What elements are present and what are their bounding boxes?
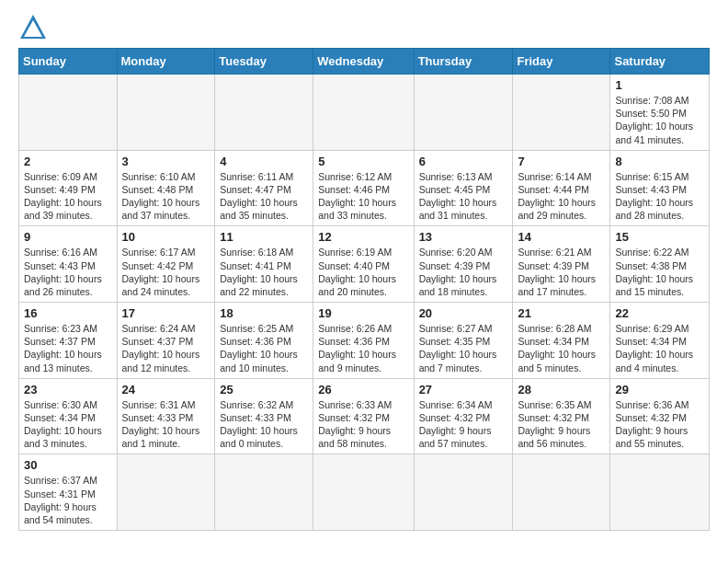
date-number: 7 (518, 155, 605, 168)
date-number: 18 (220, 306, 308, 320)
date-number: 28 (518, 383, 605, 396)
date-number: 3 (122, 155, 210, 168)
calendar-table: SundayMondayTuesdayWednesdayThursdayFrid… (18, 48, 710, 531)
calendar-cell: 7Sunrise: 6:14 AM Sunset: 4:44 PM Daylig… (513, 150, 610, 226)
cell-info: Sunrise: 6:33 AM Sunset: 4:32 PM Dayligh… (318, 398, 408, 451)
date-number: 9 (24, 230, 112, 244)
cell-info: Sunrise: 6:31 AM Sunset: 4:33 PM Dayligh… (122, 398, 210, 451)
logo-icon (20, 15, 46, 39)
week-row-0: 1Sunrise: 7:08 AM Sunset: 5:50 PM Daylig… (19, 75, 710, 151)
date-number: 4 (220, 155, 308, 168)
calendar-cell: 26Sunrise: 6:33 AM Sunset: 4:32 PM Dayli… (313, 378, 414, 454)
calendar-cell: 30Sunrise: 6:37 AM Sunset: 4:31 PM Dayli… (19, 454, 118, 531)
calendar-cell: 28Sunrise: 6:35 AM Sunset: 4:32 PM Dayli… (513, 378, 610, 454)
week-row-4: 23Sunrise: 6:30 AM Sunset: 4:34 PM Dayli… (19, 378, 710, 454)
date-number: 30 (24, 458, 112, 472)
weekday-header-friday: Friday (513, 49, 610, 75)
calendar-cell: 27Sunrise: 6:34 AM Sunset: 4:32 PM Dayli… (414, 378, 513, 454)
cell-info: Sunrise: 6:12 AM Sunset: 4:46 PM Dayligh… (318, 170, 408, 223)
cell-info: Sunrise: 6:28 AM Sunset: 4:34 PM Dayligh… (518, 322, 605, 374)
date-number: 21 (518, 306, 605, 320)
header (18, 15, 710, 40)
week-row-1: 2Sunrise: 6:09 AM Sunset: 4:49 PM Daylig… (19, 150, 710, 226)
cell-info: Sunrise: 6:19 AM Sunset: 4:40 PM Dayligh… (318, 246, 408, 298)
cell-info: Sunrise: 6:27 AM Sunset: 4:35 PM Dayligh… (419, 322, 508, 374)
date-number: 20 (419, 306, 508, 320)
date-number: 17 (122, 306, 210, 320)
cell-info: Sunrise: 6:22 AM Sunset: 4:38 PM Dayligh… (615, 246, 704, 298)
calendar-cell: 6Sunrise: 6:13 AM Sunset: 4:45 PM Daylig… (414, 150, 513, 226)
date-number: 13 (419, 230, 508, 244)
page: SundayMondayTuesdayWednesdayThursdayFrid… (0, 0, 728, 546)
calendar-cell (313, 454, 414, 531)
calendar-cell: 1Sunrise: 7:08 AM Sunset: 5:50 PM Daylig… (610, 75, 710, 151)
weekday-header-thursday: Thursday (414, 49, 513, 75)
calendar-cell: 25Sunrise: 6:32 AM Sunset: 4:33 PM Dayli… (215, 378, 313, 454)
calendar-cell: 14Sunrise: 6:21 AM Sunset: 4:39 PM Dayli… (513, 226, 610, 303)
date-number: 11 (220, 230, 308, 244)
calendar-cell: 21Sunrise: 6:28 AM Sunset: 4:34 PM Dayli… (513, 303, 610, 379)
calendar-body: 1Sunrise: 7:08 AM Sunset: 5:50 PM Daylig… (19, 75, 710, 531)
calendar-cell: 29Sunrise: 6:36 AM Sunset: 4:32 PM Dayli… (610, 378, 710, 454)
date-number: 22 (615, 306, 704, 320)
cell-info: Sunrise: 6:36 AM Sunset: 4:32 PM Dayligh… (615, 398, 704, 451)
cell-info: Sunrise: 6:25 AM Sunset: 4:36 PM Dayligh… (220, 322, 308, 374)
date-number: 25 (220, 383, 308, 396)
date-number: 5 (318, 155, 408, 168)
date-number: 26 (318, 383, 408, 396)
date-number: 1 (615, 78, 704, 92)
cell-info: Sunrise: 6:09 AM Sunset: 4:49 PM Dayligh… (24, 170, 112, 223)
calendar-cell: 2Sunrise: 6:09 AM Sunset: 4:49 PM Daylig… (19, 150, 118, 226)
calendar-cell (610, 454, 710, 531)
cell-info: Sunrise: 6:34 AM Sunset: 4:32 PM Dayligh… (419, 398, 508, 451)
calendar-cell: 17Sunrise: 6:24 AM Sunset: 4:37 PM Dayli… (117, 303, 215, 379)
calendar-cell: 10Sunrise: 6:17 AM Sunset: 4:42 PM Dayli… (117, 226, 215, 303)
week-row-2: 9Sunrise: 6:16 AM Sunset: 4:43 PM Daylig… (19, 226, 710, 303)
date-number: 29 (615, 383, 704, 396)
calendar-cell: 4Sunrise: 6:11 AM Sunset: 4:47 PM Daylig… (215, 150, 313, 226)
cell-info: Sunrise: 6:17 AM Sunset: 4:42 PM Dayligh… (122, 246, 210, 298)
date-number: 2 (24, 155, 112, 168)
logo (18, 15, 46, 40)
date-number: 10 (122, 230, 210, 244)
weekday-header-tuesday: Tuesday (215, 49, 313, 75)
date-number: 15 (615, 230, 704, 244)
calendar-cell: 18Sunrise: 6:25 AM Sunset: 4:36 PM Dayli… (215, 303, 313, 379)
date-number: 6 (419, 155, 508, 168)
date-number: 19 (318, 306, 408, 320)
calendar-cell: 12Sunrise: 6:19 AM Sunset: 4:40 PM Dayli… (313, 226, 414, 303)
cell-info: Sunrise: 6:13 AM Sunset: 4:45 PM Dayligh… (419, 170, 508, 223)
calendar-cell: 3Sunrise: 6:10 AM Sunset: 4:48 PM Daylig… (117, 150, 215, 226)
cell-info: Sunrise: 6:11 AM Sunset: 4:47 PM Dayligh… (220, 170, 308, 223)
date-number: 27 (419, 383, 508, 396)
cell-info: Sunrise: 6:26 AM Sunset: 4:36 PM Dayligh… (318, 322, 408, 374)
calendar-cell (313, 75, 414, 151)
calendar-cell (117, 75, 215, 151)
date-number: 12 (318, 230, 408, 244)
date-number: 14 (518, 230, 605, 244)
calendar-cell: 24Sunrise: 6:31 AM Sunset: 4:33 PM Dayli… (117, 378, 215, 454)
calendar-cell (117, 454, 215, 531)
cell-info: Sunrise: 6:21 AM Sunset: 4:39 PM Dayligh… (518, 246, 605, 298)
weekday-header-sunday: Sunday (19, 49, 118, 75)
weekday-header-monday: Monday (117, 49, 215, 75)
calendar-cell: 22Sunrise: 6:29 AM Sunset: 4:34 PM Dayli… (610, 303, 710, 379)
weekday-header-saturday: Saturday (610, 49, 710, 75)
calendar-cell (19, 75, 118, 151)
cell-info: Sunrise: 6:24 AM Sunset: 4:37 PM Dayligh… (122, 322, 210, 374)
calendar-cell (215, 454, 313, 531)
weekday-header-wednesday: Wednesday (313, 49, 414, 75)
calendar-cell (414, 75, 513, 151)
calendar-cell (215, 75, 313, 151)
calendar-cell (513, 454, 610, 531)
date-number: 8 (615, 155, 704, 168)
date-number: 24 (122, 383, 210, 396)
calendar-cell (513, 75, 610, 151)
calendar-cell: 9Sunrise: 6:16 AM Sunset: 4:43 PM Daylig… (19, 226, 118, 303)
cell-info: Sunrise: 7:08 AM Sunset: 5:50 PM Dayligh… (615, 94, 704, 146)
cell-info: Sunrise: 6:37 AM Sunset: 4:31 PM Dayligh… (24, 474, 112, 526)
cell-info: Sunrise: 6:35 AM Sunset: 4:32 PM Dayligh… (518, 398, 605, 451)
calendar-cell: 13Sunrise: 6:20 AM Sunset: 4:39 PM Dayli… (414, 226, 513, 303)
week-row-5: 30Sunrise: 6:37 AM Sunset: 4:31 PM Dayli… (19, 454, 710, 531)
cell-info: Sunrise: 6:15 AM Sunset: 4:43 PM Dayligh… (615, 170, 704, 223)
